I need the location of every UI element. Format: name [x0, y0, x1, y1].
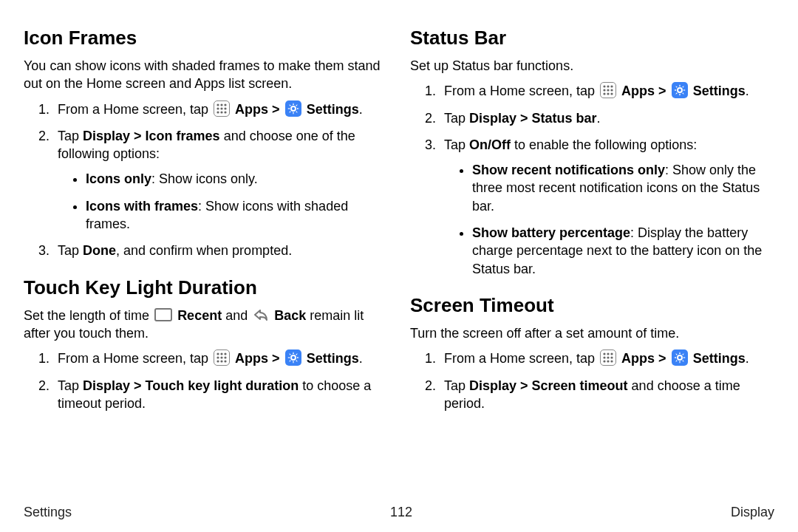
svg-point-8 [224, 111, 226, 113]
text: From a Home screen, tap [58, 351, 212, 366]
options: Show recent notifications only: Show onl… [444, 161, 774, 278]
options: Icons only: Show icons only. Icons with … [58, 170, 388, 233]
svg-point-36 [603, 361, 605, 363]
svg-point-1 [220, 103, 222, 106]
svg-point-12 [224, 353, 226, 355]
svg-point-32 [610, 353, 613, 355]
label-settings: Settings [307, 102, 359, 117]
svg-point-22 [610, 86, 613, 88]
chevron: > [272, 351, 284, 366]
apps-icon [600, 82, 616, 98]
recent-icon [154, 308, 172, 321]
svg-point-3 [216, 107, 219, 109]
apps-icon [214, 100, 230, 117]
svg-point-21 [607, 86, 609, 88]
text: Tap [444, 111, 469, 126]
svg-point-27 [607, 93, 609, 95]
svg-point-28 [610, 93, 613, 95]
svg-point-16 [216, 361, 219, 363]
heading-icon-frames: Icon Frames [24, 27, 388, 50]
step-1: From a Home screen, tap Apps > Settings. [53, 100, 388, 118]
bold-text: On/Off [469, 137, 511, 152]
step-2: Tap Display > Status bar. [440, 109, 774, 127]
label-apps: Apps [235, 102, 268, 117]
lead-screen-timeout: Turn the screen off after a set amount o… [410, 324, 774, 342]
bold-text: Show recent notifications only [472, 163, 665, 177]
text: . [746, 83, 749, 98]
text: . [359, 102, 363, 117]
section-screen-timeout: Screen Timeout Turn the screen off after… [410, 294, 774, 412]
svg-point-19 [291, 355, 296, 360]
text: Tap [444, 378, 469, 393]
chevron: > [272, 102, 284, 117]
text: Set the length of time [24, 308, 153, 323]
label-settings: Settings [307, 351, 359, 366]
label-settings: Settings [693, 83, 746, 98]
svg-point-29 [678, 88, 682, 92]
steps-icon-frames: From a Home screen, tap Apps > Settings.… [24, 100, 388, 260]
label-settings: Settings [693, 351, 746, 366]
section-icon-frames: Icon Frames You can show icons with shad… [24, 27, 388, 260]
settings-icon [285, 349, 301, 366]
svg-point-17 [220, 361, 222, 363]
text: to enable the following options: [511, 137, 697, 152]
settings-icon [672, 82, 688, 98]
svg-point-0 [216, 103, 219, 106]
text: and [225, 308, 251, 323]
label-apps: Apps [235, 351, 268, 366]
svg-point-23 [603, 89, 605, 92]
steps-touch-key: From a Home screen, tap Apps > Settings.… [24, 349, 388, 412]
footer-left: Settings [24, 505, 72, 520]
page-footer: Settings 112 Display [24, 505, 774, 520]
svg-point-15 [224, 357, 226, 359]
svg-point-35 [610, 357, 613, 359]
svg-point-13 [216, 357, 219, 359]
steps-screen-timeout: From a Home screen, tap Apps > Settings.… [410, 349, 774, 412]
svg-point-24 [607, 89, 609, 92]
section-status-bar: Status Bar Set up Status bar functions. … [410, 27, 774, 278]
column-right: Status Bar Set up Status bar functions. … [410, 27, 774, 429]
svg-point-5 [224, 107, 226, 109]
svg-point-6 [216, 111, 219, 113]
svg-point-31 [607, 353, 609, 355]
apps-icon [214, 349, 230, 366]
bold-text: Display > Screen timeout [469, 378, 628, 393]
text: Tap [58, 129, 83, 143]
text: , and confirm when prompted. [116, 243, 292, 258]
bold-text: Icons only [86, 171, 151, 186]
text: From a Home screen, tap [444, 83, 598, 98]
option-recent-notifications: Show recent notifications only: Show onl… [472, 161, 774, 215]
label-back: Back [274, 308, 306, 323]
lead-status-bar: Set up Status bar functions. [410, 57, 774, 75]
option-icons-only: Icons only: Show icons only. [86, 170, 388, 188]
text: . [746, 351, 749, 366]
settings-icon [672, 349, 688, 366]
chevron: > [658, 83, 670, 98]
heading-status-bar: Status Bar [410, 27, 774, 50]
svg-point-25 [610, 89, 613, 92]
section-touch-key: Touch Key Light Duration Set the length … [24, 276, 388, 412]
svg-point-30 [603, 353, 605, 355]
text: . [359, 351, 363, 366]
label-apps: Apps [621, 83, 655, 98]
svg-point-11 [220, 353, 222, 355]
footer-page-number: 112 [390, 505, 412, 520]
svg-point-10 [216, 353, 219, 355]
step-1: From a Home screen, tap Apps > Settings. [53, 349, 388, 367]
step-1: From a Home screen, tap Apps > Settings. [440, 349, 774, 367]
settings-icon [285, 100, 301, 117]
bold-text: Display > Touch key light duration [83, 378, 299, 393]
bold-text: Done [83, 243, 116, 258]
text: Tap [444, 137, 469, 152]
text: Tap [58, 243, 83, 258]
step-2: Tap Display > Screen timeout and choose … [440, 377, 774, 413]
heading-screen-timeout: Screen Timeout [410, 294, 774, 317]
chevron: > [658, 351, 670, 366]
svg-point-4 [220, 107, 222, 109]
svg-point-26 [603, 93, 605, 95]
label-recent: Recent [177, 308, 222, 323]
text: . [597, 111, 601, 126]
text: Tap [58, 378, 83, 393]
heading-touch-key: Touch Key Light Duration [24, 276, 388, 299]
svg-point-37 [607, 361, 609, 363]
